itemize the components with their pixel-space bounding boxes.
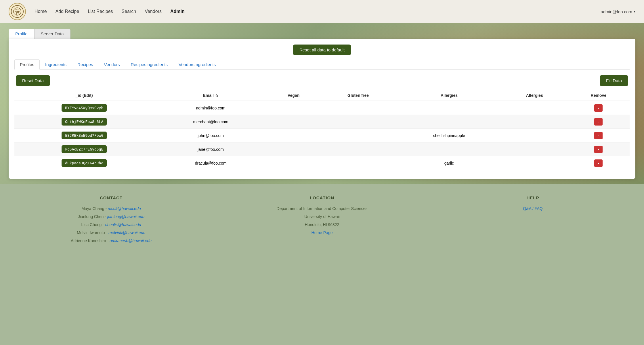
cell-remove: - bbox=[567, 142, 630, 156]
cell-allergies1: garlic bbox=[397, 156, 502, 170]
contact-email: mcc9@hawaii.edu bbox=[108, 206, 141, 211]
id-badge[interactable]: kcSAoBZx7rEGyq5gE bbox=[62, 145, 107, 153]
dropdown-caret-icon: ▾ bbox=[634, 10, 635, 14]
table-row: kcSAoBZx7rEGyq5gE jane@foo.com - bbox=[14, 142, 630, 156]
tab-server-data[interactable]: Server Data bbox=[34, 29, 70, 39]
reset-all-button[interactable]: Reset all data to default bbox=[293, 45, 351, 55]
cell-gluten-free bbox=[320, 115, 396, 129]
id-badge[interactable]: E83RBkBnE9od7FbwG bbox=[62, 132, 107, 139]
remove-button[interactable]: - bbox=[594, 146, 603, 153]
subtab-ingredients[interactable]: Ingredients bbox=[40, 59, 72, 69]
col-id: _id (Edit) bbox=[14, 90, 154, 101]
footer-location-line1: Department of Information and Computer S… bbox=[219, 205, 425, 213]
subtab-vendors-ingredients[interactable]: VendorsIngredients bbox=[173, 59, 221, 69]
id-badge[interactable]: dCkpaqeJQqTGAnRhq bbox=[62, 159, 107, 167]
tab-profile[interactable]: Profile bbox=[9, 29, 34, 39]
footer-grid: CONTACT Maya Chang - mcc9@hawaii.eduJian… bbox=[9, 195, 635, 245]
cell-allergies2 bbox=[502, 129, 567, 142]
cell-allergies2 bbox=[502, 156, 567, 170]
footer-contact-entry: Lisa Cheng - chenlis@hawaii.edu bbox=[9, 221, 214, 229]
profiles-table: _id (Edit) Email ☆ Vegan Gluten free All… bbox=[14, 90, 630, 170]
remove-button[interactable]: - bbox=[594, 159, 603, 167]
nav-search[interactable]: Search bbox=[122, 9, 136, 14]
subtab-recipes-ingredients[interactable]: RecipesIngredients bbox=[125, 59, 173, 69]
svg-text:MANNA: MANNA bbox=[15, 9, 20, 11]
footer-contact-entries: Maya Chang - mcc9@hawaii.eduJianlong Che… bbox=[9, 205, 214, 245]
footer-location-line3: Honolulu, HI 96822 bbox=[219, 221, 425, 229]
navbar: MANNA RECIPES Home Add Recipe List Recip… bbox=[0, 0, 644, 23]
contact-email: melvinti@hawaii.edu bbox=[108, 230, 146, 235]
cell-gluten-free bbox=[320, 101, 396, 115]
cell-email: admin@foo.com bbox=[154, 101, 267, 115]
cell-email: john@foo.com bbox=[154, 129, 267, 142]
cell-id: RYFYva4SWyQmsGvyb bbox=[14, 101, 154, 115]
footer-contact-entry: Maya Chang - mcc9@hawaii.edu bbox=[9, 205, 214, 213]
cell-gluten-free bbox=[320, 156, 396, 170]
cell-vegan bbox=[267, 129, 320, 142]
nav-home[interactable]: Home bbox=[35, 9, 47, 14]
footer-location: LOCATION Department of Information and C… bbox=[219, 195, 425, 245]
logo-inner: MANNA RECIPES bbox=[11, 5, 24, 18]
cell-remove: - bbox=[567, 101, 630, 115]
cell-id: kcSAoBZx7rEGyq5gE bbox=[14, 142, 154, 156]
col-email: Email ☆ bbox=[154, 90, 267, 101]
table-row: RYFYva4SWyQmsGvyb admin@foo.com - bbox=[14, 101, 630, 115]
cell-allergies2 bbox=[502, 142, 567, 156]
cell-email: jane@foo.com bbox=[154, 142, 267, 156]
col-gluten-free: Gluten free bbox=[320, 90, 396, 101]
cell-allergies1: shellfishpineapple bbox=[397, 129, 502, 142]
cell-remove: - bbox=[567, 129, 630, 142]
footer-help: HELP Q&A / FAQ bbox=[430, 195, 635, 245]
cell-vegan bbox=[267, 115, 320, 129]
subtab-recipes[interactable]: Recipes bbox=[72, 59, 98, 69]
nav-list-recipes[interactable]: List Recipes bbox=[88, 9, 113, 14]
footer-contact-entry: Adrienne Kaneshiro - amkanesh@hawaii.edu bbox=[9, 237, 214, 245]
cell-email: merchant@foo.com bbox=[154, 115, 267, 129]
contact-email: amkanesh@hawaii.edu bbox=[110, 238, 152, 243]
nav-add-recipe[interactable]: Add Recipe bbox=[56, 9, 79, 14]
hero-section: Profile Server Data Reset all data to de… bbox=[0, 23, 644, 184]
footer-help-text: Q&A / FAQ bbox=[430, 205, 635, 213]
footer: CONTACT Maya Chang - mcc9@hawaii.eduJian… bbox=[0, 184, 644, 253]
main-card: Reset all data to default Profiles Ingre… bbox=[9, 39, 635, 179]
footer-contact-title: CONTACT bbox=[9, 195, 214, 200]
col-remove: Remove bbox=[567, 90, 630, 101]
footer-contact-entry: Melvin Iwamoto - melvinti@hawaii.edu bbox=[9, 229, 214, 237]
table-row: Qnihj5WKnEow8s6LA merchant@foo.com - bbox=[14, 115, 630, 129]
footer-faq-link[interactable]: Q&A / FAQ bbox=[523, 206, 542, 211]
nav-user-email: admin@foo.com bbox=[601, 9, 632, 14]
table-row: dCkpaqeJQqTGAnRhq dracula@foo.com garlic… bbox=[14, 156, 630, 170]
nav-vendors[interactable]: Vendors bbox=[145, 9, 162, 14]
col-allergies2: Allergies bbox=[502, 90, 567, 101]
table-header-row: _id (Edit) Email ☆ Vegan Gluten free All… bbox=[14, 90, 630, 101]
cell-allergies2 bbox=[502, 115, 567, 129]
remove-button[interactable]: - bbox=[594, 104, 603, 112]
footer-location-line2: University of Hawaii bbox=[219, 213, 425, 221]
cell-id: Qnihj5WKnEow8s6LA bbox=[14, 115, 154, 129]
cell-id: E83RBkBnE9od7FbwG bbox=[14, 129, 154, 142]
top-tabs: Profile Server Data bbox=[0, 23, 644, 39]
id-badge[interactable]: Qnihj5WKnEow8s6LA bbox=[62, 118, 107, 126]
footer-homepage-link[interactable]: Home Page bbox=[312, 230, 333, 235]
remove-button[interactable]: - bbox=[594, 118, 603, 126]
cell-vegan bbox=[267, 101, 320, 115]
cell-allergies2 bbox=[502, 101, 567, 115]
cell-email: dracula@foo.com bbox=[154, 156, 267, 170]
subtab-profiles[interactable]: Profiles bbox=[14, 59, 40, 70]
reset-data-button[interactable]: Reset Data bbox=[16, 75, 50, 86]
logo[interactable]: MANNA RECIPES bbox=[9, 3, 26, 20]
cell-remove: - bbox=[567, 115, 630, 129]
cell-id: dCkpaqeJQqTGAnRhq bbox=[14, 156, 154, 170]
cell-gluten-free bbox=[320, 142, 396, 156]
footer-help-title: HELP bbox=[430, 195, 635, 200]
cell-gluten-free bbox=[320, 129, 396, 142]
nav-admin[interactable]: Admin bbox=[170, 9, 185, 14]
fill-data-button[interactable]: Fill Data bbox=[600, 75, 628, 86]
remove-button[interactable]: - bbox=[594, 132, 603, 139]
sub-tabs: Profiles Ingredients Recipes Vendors Rec… bbox=[14, 59, 630, 70]
nav-links: Home Add Recipe List Recipes Search Vend… bbox=[35, 9, 601, 14]
nav-user-menu[interactable]: admin@foo.com ▾ bbox=[601, 9, 635, 14]
cell-vegan bbox=[267, 142, 320, 156]
id-badge[interactable]: RYFYva4SWyQmsGvyb bbox=[62, 104, 107, 112]
subtab-vendors[interactable]: Vendors bbox=[98, 59, 125, 69]
